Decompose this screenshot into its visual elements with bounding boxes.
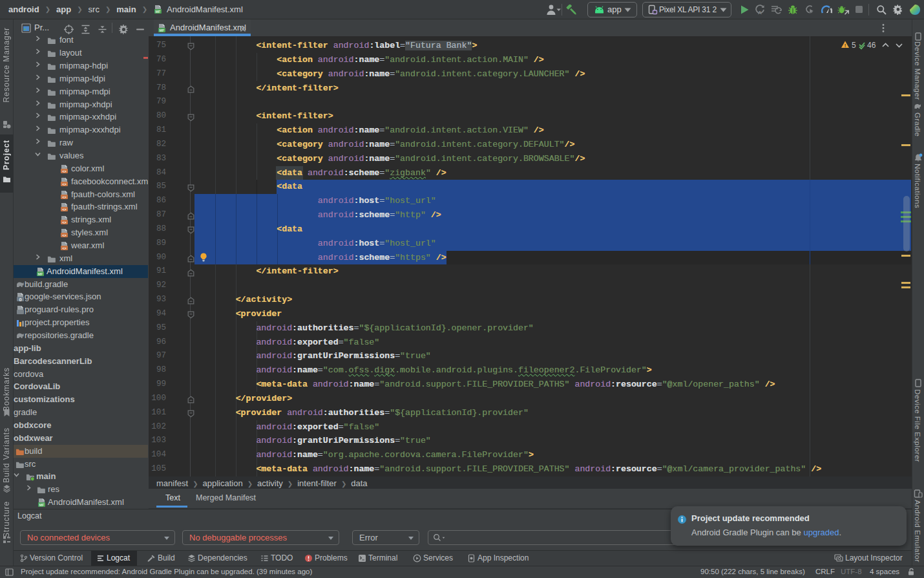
svg-text:MF: MF (37, 272, 43, 275)
svg-text:<>: <> (62, 195, 66, 198)
svg-text:<>: <> (62, 208, 66, 211)
svg-text:MF: MF (159, 28, 165, 32)
svg-text:<>: <> (62, 233, 66, 237)
svg-text:<>: <> (62, 220, 66, 224)
svg-text:MF: MF (156, 10, 162, 14)
svg-text:<>: <> (62, 169, 66, 173)
svg-text:A: A (758, 10, 762, 15)
svg-text:<>: <> (62, 182, 66, 186)
svg-text:MF: MF (39, 503, 45, 507)
svg-text:<>: <> (62, 246, 66, 250)
svg-text:5: 5 (852, 41, 856, 50)
svg-text:!: ! (845, 43, 846, 48)
svg-text:46: 46 (867, 41, 876, 50)
